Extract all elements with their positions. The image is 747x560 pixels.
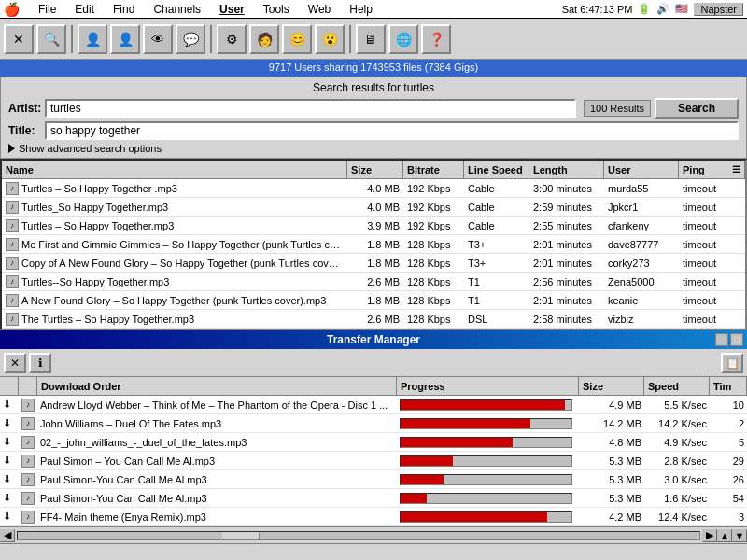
search-button[interactable]: Search: [655, 98, 739, 119]
col-header-ping[interactable]: Ping ☰: [679, 161, 745, 178]
transfer-row[interactable]: ⬇ ♪ FF4- Main theme (Enya Remix).mp3 4.2…: [0, 508, 747, 526]
advanced-search-toggle[interactable]: Show advanced search options: [8, 143, 739, 154]
transfer-scrollbar[interactable]: ◀ ▶ ▲ ▼: [0, 526, 747, 543]
col-header-download-order[interactable]: Download Order: [37, 377, 397, 395]
transfer-size: 5.3 MB: [579, 455, 644, 467]
col-header-size[interactable]: Size: [347, 161, 403, 178]
transfer-row[interactable]: ⬇ ♪ Paul Simon-You Can Call Me Al.mp3 5.…: [0, 489, 747, 508]
transfer-size: 5.3 MB: [579, 474, 644, 485]
result-user: Zena5000: [604, 276, 679, 287]
toolbar-person-btn[interactable]: 🧑: [249, 24, 279, 54]
col-header-size[interactable]: Size: [579, 377, 644, 395]
transfer-row[interactable]: ⬇ ♪ Paul Simon – You Can Call Me Al.mp3 …: [0, 452, 747, 470]
col-header-bitrate[interactable]: Bitrate: [403, 161, 464, 178]
col-header-length[interactable]: Length: [529, 161, 604, 178]
results-rows: ♪ Turtles – So Happy Together .mp3 4.0 M…: [2, 179, 745, 347]
result-size: 4.0 MB: [347, 202, 403, 213]
transfer-row[interactable]: ⬇ ♪ John Williams – Duel Of The Fates.mp…: [0, 414, 747, 433]
transfer-dl-icon: ♪: [19, 473, 37, 486]
artist-input[interactable]: [45, 99, 576, 118]
transfer-time: 29: [710, 455, 747, 467]
transfer-size: 14.2 MB: [579, 418, 644, 429]
toolbar-settings-btn[interactable]: ⚙: [217, 24, 247, 54]
col-header-user[interactable]: User: [604, 161, 679, 178]
menu-file[interactable]: File: [35, 3, 60, 16]
toolbar-sep3: [349, 25, 351, 53]
search-title: Search results for turtles: [8, 81, 739, 94]
toolbar-eye-btn[interactable]: 👁: [143, 24, 173, 54]
scroll-right-btn[interactable]: ▶: [702, 529, 717, 542]
transfer-row[interactable]: ⬇ ♪ Andrew Lloyd Webber – Think of Me – …: [0, 396, 747, 414]
toolbar-close-btn[interactable]: ✕: [4, 24, 34, 54]
result-linespeed: T1: [464, 295, 529, 306]
transfer-manager: Transfer Manager _ □ ✕ ℹ 📋 Download Orde…: [0, 329, 747, 543]
menu-tools[interactable]: Tools: [260, 3, 293, 16]
result-length: 2:01 minutes: [529, 239, 604, 250]
col-header-linespeed[interactable]: Line Speed: [464, 161, 529, 178]
toolbar-user1-btn[interactable]: 👤: [78, 24, 107, 54]
table-row[interactable]: ♪ The Turtles – So Happy Together.mp3 2.…: [2, 310, 745, 329]
table-row[interactable]: ♪ Turtles--So Happy Together.mp3 2.6 MB …: [2, 273, 745, 291]
result-linespeed: T1: [464, 276, 529, 287]
progress-bar-fill: [401, 400, 565, 410]
scroll-down-btn[interactable]: ▼: [732, 529, 747, 542]
toolbar-chat-btn[interactable]: 💬: [176, 24, 205, 54]
menu-channels[interactable]: Channels: [149, 3, 204, 16]
table-row[interactable]: ♪ Turtles – So Happy Together .mp3 4.0 M…: [2, 179, 745, 198]
apple-menu[interactable]: 🍎: [4, 2, 20, 17]
toolbar-user2-btn[interactable]: 👤: [110, 24, 140, 54]
toolbar-face2-btn[interactable]: 😮: [315, 24, 345, 54]
transfer-time: 54: [710, 493, 747, 504]
menu-edit[interactable]: Edit: [71, 3, 98, 16]
result-size: 4.0 MB: [347, 183, 403, 194]
clock: Sat 6:47:13 PM: [562, 4, 633, 15]
user-stats-text: 9717 Users sharing 1743953 files (7384 G…: [269, 62, 478, 73]
progress-bar-fill: [401, 512, 547, 522]
scroll-left-btn[interactable]: ◀: [0, 529, 15, 542]
menu-user[interactable]: User: [216, 3, 248, 16]
transfer-options-btn[interactable]: 📋: [721, 353, 743, 373]
result-user: dave87777: [604, 239, 679, 250]
napster-button[interactable]: Napster: [694, 3, 743, 16]
result-linespeed: T3+: [464, 239, 529, 250]
table-row[interactable]: ♪ Me First and Gimmie Gimmies – So Happy…: [2, 235, 745, 254]
transfer-maximize-btn[interactable]: □: [730, 333, 743, 346]
transfer-arrow: ⬇: [0, 417, 19, 429]
progress-bar-fill: [401, 475, 444, 484]
result-ping: timeout: [679, 183, 745, 194]
transfer-speed: 1.6 K/sec: [644, 493, 710, 504]
toolbar-face-btn[interactable]: 😊: [282, 24, 312, 54]
progress-bar-container: [400, 455, 572, 467]
transfer-cancel-btn[interactable]: ✕: [4, 353, 26, 373]
toolbar-globe-btn[interactable]: 🌐: [388, 24, 418, 54]
result-ping: timeout: [679, 239, 745, 250]
transfer-titlebar: Transfer Manager _ □: [0, 330, 747, 349]
scrollbar-track[interactable]: [17, 531, 700, 540]
transfer-row[interactable]: ⬇ ♪ 02_-_john_williams_-_duel_of_the_fat…: [0, 433, 747, 452]
result-length: 3:00 minutes: [529, 183, 604, 194]
title-input[interactable]: [45, 121, 739, 140]
col-header-speed[interactable]: Speed: [644, 377, 710, 395]
result-filename: The Turtles – So Happy Together.mp3: [21, 314, 194, 325]
toolbar-search-btn[interactable]: 🔍: [36, 24, 66, 54]
table-row[interactable]: ♪ Turtles – So Happy Together.mp3 3.9 MB…: [2, 217, 745, 235]
transfer-arrow: ⬇: [0, 399, 19, 411]
col-header-time[interactable]: Tim: [710, 377, 747, 395]
table-row[interactable]: ♪ Turtles_So Happy Together.mp3 4.0 MB 1…: [2, 198, 745, 217]
table-row[interactable]: ♪ Copy of A New Found Glory – So Happy T…: [2, 254, 745, 273]
scrollbar-thumb[interactable]: [222, 532, 260, 539]
transfer-row[interactable]: ⬇ ♪ Paul Simon-You Can Call Me Al.mp3 5.…: [0, 470, 747, 489]
col-header-progress[interactable]: Progress: [397, 377, 579, 395]
toolbar-monitor-btn[interactable]: 🖥: [356, 24, 386, 54]
sort-icon[interactable]: ☰: [732, 164, 740, 175]
menu-find[interactable]: Find: [109, 3, 138, 16]
menu-help[interactable]: Help: [345, 3, 376, 16]
transfer-info-btn[interactable]: ℹ: [29, 353, 51, 373]
scroll-up-btn[interactable]: ▲: [717, 529, 732, 542]
col-header-name[interactable]: Name: [2, 161, 347, 178]
toolbar-help-btn[interactable]: ❓: [421, 24, 451, 54]
transfer-dl-icon: ♪: [19, 417, 37, 430]
menu-web[interactable]: Web: [304, 3, 334, 16]
table-row[interactable]: ♪ A New Found Glory – So Happy Together …: [2, 291, 745, 310]
transfer-minimize-btn[interactable]: _: [715, 333, 728, 346]
